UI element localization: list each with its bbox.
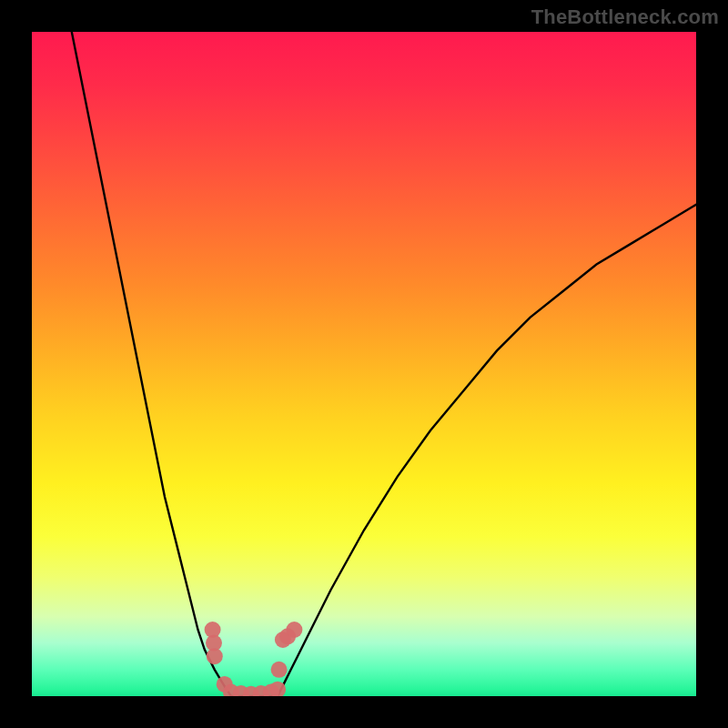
right-curve	[278, 205, 696, 696]
watermark-text: TheBottleneck.com	[531, 5, 719, 29]
marker-dot	[271, 662, 288, 678]
plot-area	[32, 32, 696, 696]
marker-dot	[286, 622, 302, 638]
marker-dot	[207, 648, 223, 664]
curve-layer	[72, 32, 696, 696]
chart-svg	[32, 32, 696, 696]
chart-frame: TheBottleneck.com	[0, 0, 728, 728]
marker-dots-group	[205, 622, 303, 696]
left-curve	[72, 32, 231, 696]
